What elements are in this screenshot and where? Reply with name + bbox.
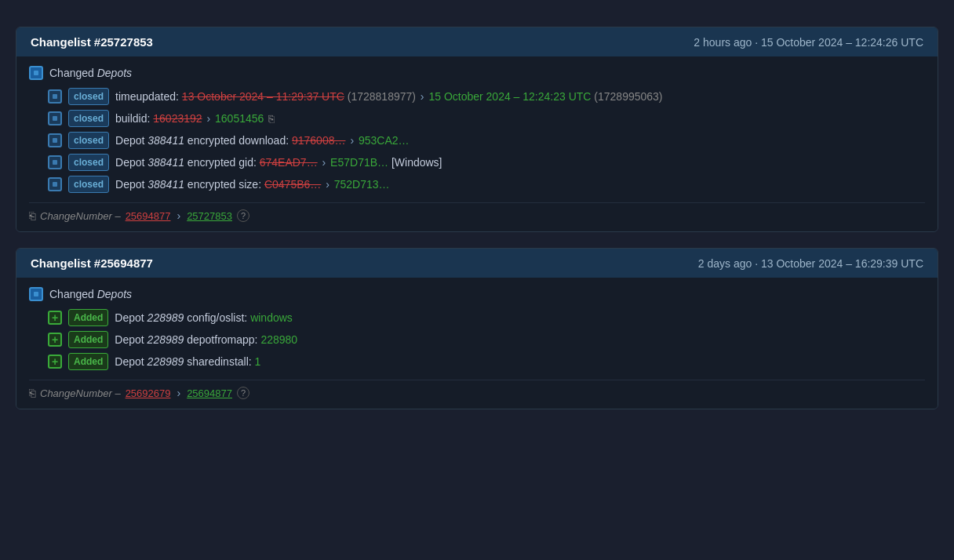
section-label: Changed Depots	[49, 288, 132, 300]
changelist-id: Changelist #25727853	[31, 35, 153, 49]
footer-old-val[interactable]: 25694877	[126, 210, 171, 222]
entries-list: +AddedDepot 228989 config/oslist: window…	[29, 309, 925, 370]
footer-arrow: ›	[177, 209, 180, 222]
closed-badge: closed	[68, 88, 109, 105]
help-icon[interactable]: ?	[237, 209, 249, 222]
entry-content: Depot 388411 encrypted gid: 674EAD7… › E…	[115, 155, 442, 171]
closed-badge: closed	[68, 132, 109, 149]
footer-new-val[interactable]: 25694877	[187, 387, 232, 399]
list-item: +AddedDepot 228989 sharedinstall: 1	[48, 353, 925, 370]
changelist-id: Changelist #25694877	[31, 256, 153, 270]
list-item: closedDepot 388411 encrypted size: C0475…	[48, 176, 925, 193]
entry-content: Depot 228989 depotfromapp: 228980	[115, 332, 297, 348]
entry-content: Depot 228989 config/oslist: windows	[115, 310, 293, 326]
added-icon[interactable]: +	[48, 355, 62, 369]
section-header: Changed Depots	[29, 287, 925, 301]
list-item: closedDepot 388411 encrypted gid: 674EAD…	[48, 154, 925, 171]
section-header: Changed Depots	[29, 66, 925, 80]
entry-content: Depot 388411 encrypted size: C0475B6… › …	[115, 176, 390, 193]
closed-icon[interactable]	[48, 155, 62, 169]
history-icon: ⎗	[29, 209, 35, 222]
footer-old-val[interactable]: 25692679	[126, 387, 171, 399]
footer-row: ⎗ChangeNumber – 25694877 › 25727853?	[29, 202, 925, 222]
entry-content: timeupdated: 13 October 2024 – 11:29:37 …	[115, 89, 663, 105]
closed-icon[interactable]	[48, 177, 62, 191]
changelist-body: Changed Depots+AddedDepot 228989 config/…	[16, 278, 938, 409]
section-toggle-icon[interactable]	[29, 66, 43, 80]
list-item: +AddedDepot 228989 config/oslist: window…	[48, 309, 925, 326]
closed-icon[interactable]	[48, 133, 62, 147]
entry-content: buildid: 16023192 › 16051456 ⎘	[115, 111, 275, 127]
footer-arrow: ›	[177, 387, 180, 399]
entry-content: Depot 228989 sharedinstall: 1	[115, 354, 260, 370]
copy-icon[interactable]: ⎘	[268, 113, 275, 125]
help-icon[interactable]: ?	[237, 387, 249, 399]
changelist-header: Changelist #256948772 days ago · 13 Octo…	[16, 249, 938, 278]
section-label: Changed Depots	[49, 67, 132, 79]
added-icon[interactable]: +	[48, 311, 62, 325]
added-badge: Added	[68, 331, 108, 348]
list-item: +AddedDepot 228989 depotfromapp: 228980	[48, 331, 925, 348]
entry-content: Depot 388411 encrypted download: 9176008…	[115, 133, 410, 149]
changelist-time: 2 days ago · 13 October 2024 – 16:29:39 …	[698, 257, 923, 270]
changelist-time: 2 hours ago · 15 October 2024 – 12:24:26…	[694, 36, 923, 49]
closed-badge: closed	[68, 110, 109, 127]
footer-new-val[interactable]: 25727853	[187, 210, 232, 222]
changelist-block: Changelist #256948772 days ago · 13 Octo…	[16, 248, 938, 409]
added-badge: Added	[68, 309, 108, 326]
footer-label: ChangeNumber –	[40, 387, 121, 399]
changelist-body: Changed Depotsclosedtimeupdated: 13 Octo…	[16, 56, 938, 231]
changelist-header: Changelist #257278532 hours ago · 15 Oct…	[16, 27, 938, 56]
closed-badge: closed	[68, 176, 109, 193]
list-item: closedbuildid: 16023192 › 16051456 ⎘	[48, 110, 925, 127]
closed-icon[interactable]	[48, 111, 62, 125]
closed-badge: closed	[68, 154, 109, 171]
entries-list: closedtimeupdated: 13 October 2024 – 11:…	[29, 88, 925, 193]
section-toggle-icon[interactable]	[29, 287, 43, 301]
footer-row: ⎗ChangeNumber – 25692679 › 25694877?	[29, 380, 925, 399]
added-icon[interactable]: +	[48, 333, 62, 347]
list-item: closedDepot 388411 encrypted download: 9…	[48, 132, 925, 149]
list-item: closedtimeupdated: 13 October 2024 – 11:…	[48, 88, 925, 105]
history-icon: ⎗	[29, 387, 35, 399]
closed-icon[interactable]	[48, 89, 62, 104]
added-badge: Added	[68, 353, 108, 370]
changelist-block: Changelist #257278532 hours ago · 15 Oct…	[16, 27, 938, 232]
footer-label: ChangeNumber –	[40, 210, 121, 222]
